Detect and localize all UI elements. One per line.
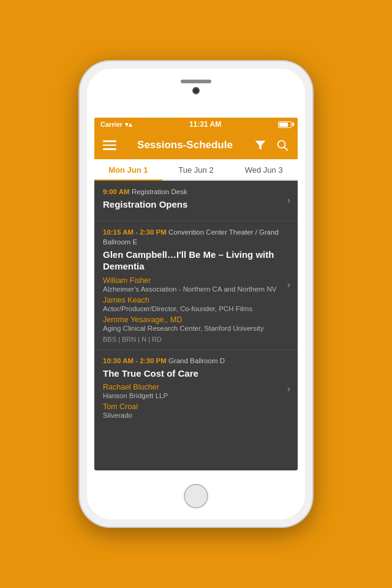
battery-icon — [278, 121, 292, 128]
speaker-entry: William Fisher Alzheimer's Association -… — [103, 276, 289, 294]
session-location-text: Registration Desk — [132, 188, 187, 195]
home-button[interactable] — [184, 484, 208, 508]
battery-fill — [279, 123, 288, 127]
wifi-icon: ▾▴ — [125, 121, 132, 129]
session-meta: 9:00 AM Registration Desk — [103, 187, 289, 197]
status-time: 11:31 AM — [189, 120, 221, 129]
speaker-org: Alzheimer's Association - Northern CA an… — [103, 285, 289, 294]
speaker-entry: Tom Croal Silverado — [103, 402, 289, 420]
nav-icons — [254, 138, 289, 152]
session-title: Glen Campbell…I'll Be Me – Living with D… — [103, 249, 289, 273]
session-title: Registration Opens — [103, 198, 289, 211]
speaker-org: Hanson Bridgett LLP — [103, 391, 289, 401]
session-item[interactable]: 10:15 AM - 2:30 PM Convention Center The… — [94, 221, 298, 350]
carrier-label: Carrier ▾▴ — [100, 121, 132, 129]
sessions-list: 9:00 AM Registration Desk Registration O… — [94, 181, 298, 470]
filter-button[interactable] — [254, 138, 267, 152]
page-title: Sessions-Schedule — [137, 139, 233, 151]
session-location-value: Grand Ballroom D — [168, 357, 225, 364]
speaker-entry: Rachael Blucher Hanson Bridgett LLP — [103, 383, 289, 401]
chevron-right-icon: › — [287, 195, 290, 206]
session-meta: 10:30 AM - 2:30 PM Grand Ballroom D — [103, 356, 289, 366]
status-bar: Carrier ▾▴ 11:31 AM — [94, 118, 298, 131]
tab-bar: Mon Jun 1 Tue Jun 2 Wed Jun 3 — [94, 159, 298, 181]
session-time: 9:00 AM — [103, 188, 130, 195]
speaker-org: Aging Clinical Research Center, Stanford… — [103, 324, 289, 333]
speaker-entry: Jerome Yesavage,, MD Aging Clinical Rese… — [103, 315, 289, 333]
tab-wed[interactable]: Wed Jun 3 — [230, 159, 298, 179]
session-meta: 10:15 AM - 2:30 PM Convention Center The… — [103, 227, 289, 247]
session-tags: BBS | BRN | N | RD — [103, 336, 289, 343]
speaker-org: Silverado — [103, 411, 289, 420]
tab-mon[interactable]: Mon Jun 1 — [94, 159, 162, 179]
navigation-bar: Sessions-Schedule — [94, 131, 298, 159]
search-icon — [276, 138, 289, 152]
chevron-right-icon: › — [287, 383, 290, 394]
speaker-name: Jerome Yesavage,, MD — [103, 315, 289, 324]
speaker-entry: James Keach Actor/Producer/Director, Co-… — [103, 296, 289, 314]
speaker-org: Actor/Producer/Director, Co-founder, PCH… — [103, 304, 289, 314]
session-item[interactable]: 10:30 AM - 2:30 PM Grand Ballroom D The … — [94, 350, 298, 428]
menu-button[interactable] — [103, 140, 116, 150]
speaker-name: William Fisher — [103, 276, 289, 285]
search-button[interactable] — [276, 138, 289, 152]
svg-line-1 — [284, 147, 287, 150]
chevron-right-icon: › — [287, 279, 290, 290]
speaker-name: Tom Croal — [103, 402, 289, 411]
status-right — [278, 121, 292, 128]
filter-icon — [254, 138, 267, 152]
session-title: The True Cost of Care — [103, 368, 289, 380]
tab-tue[interactable]: Tue Jun 2 — [162, 159, 230, 179]
session-time: 10:30 AM - 2:30 PM — [103, 357, 167, 364]
speaker-name: Rachael Blucher — [103, 383, 289, 391]
speaker-name: James Keach — [103, 296, 289, 304]
session-time: 10:15 AM - 2:30 PM — [103, 228, 167, 236]
session-item[interactable]: 9:00 AM Registration Desk Registration O… — [94, 181, 298, 221]
